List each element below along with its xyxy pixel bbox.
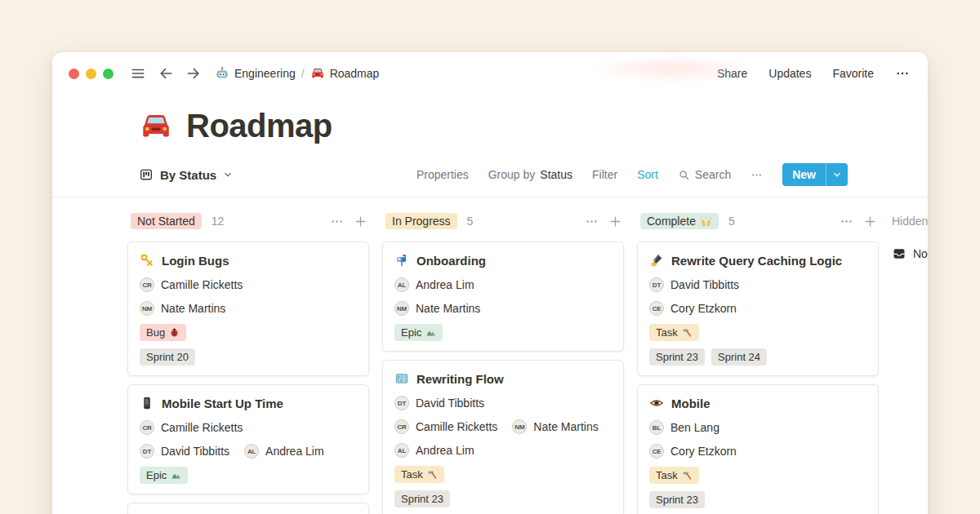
column-more-icon[interactable] <box>330 215 344 228</box>
card-onboarding[interactable]: Onboarding AL Andrea Lim NM Nate Martins… <box>382 241 624 352</box>
hidden-columns-section: Hidden columns No Status <box>892 210 928 261</box>
robot-icon <box>215 66 229 81</box>
mountain-icon <box>171 470 181 481</box>
tag-label: Sprint 23 <box>656 494 698 506</box>
new-button[interactable]: New <box>782 163 848 186</box>
view-switcher[interactable]: By Status <box>139 167 233 182</box>
card-mobile-start-up-time[interactable]: Mobile Start Up Time CR Camille Ricketts… <box>127 384 369 494</box>
column-count: 12 <box>212 215 225 228</box>
tag-label: Sprint 23 <box>656 351 698 363</box>
avatar: AL <box>394 443 409 458</box>
person-name: Andrea Lim <box>416 444 474 457</box>
tag-sprint-23: Sprint 23 <box>649 491 705 508</box>
person-name: Nate Martins <box>533 420 598 433</box>
hammer-icon <box>682 327 693 338</box>
card-mobile[interactable]: Mobile BL Ben Lang CE Cory Etzkorn Task <box>637 384 879 514</box>
view-switcher-label: By Status <box>160 168 216 182</box>
breadcrumb-separator: / <box>301 67 305 80</box>
avatar: NM <box>394 301 409 316</box>
breadcrumb-workspace-label: Engineering <box>234 67 296 80</box>
box-icon <box>892 246 906 261</box>
tag-task: Task <box>649 467 699 484</box>
column-more-icon[interactable] <box>840 215 853 228</box>
search-button[interactable]: Search <box>678 168 731 181</box>
tag-task: Task <box>394 466 444 483</box>
zoom-window-button[interactable] <box>103 69 114 79</box>
tag-label: Sprint 24 <box>718 351 760 363</box>
person-name: David Tibbitts <box>161 445 229 458</box>
back-arrow-icon[interactable] <box>158 65 174 82</box>
share-button[interactable]: Share <box>717 67 747 80</box>
tag-sprint-24: Sprint 24 <box>711 348 767 366</box>
new-button-label[interactable]: New <box>782 163 826 186</box>
status-badge[interactable]: In Progress <box>385 213 457 229</box>
tag-epic: Epic <box>394 324 443 341</box>
column-not-started: Not Started 12 Login Bugs CR Camille <box>127 210 369 514</box>
sort-button[interactable]: Sort <box>637 168 658 181</box>
column-header: In Progress 5 <box>382 210 624 232</box>
avatar: AL <box>244 444 259 459</box>
page-title[interactable]: Roadmap <box>186 108 332 144</box>
avatar: BL <box>649 420 664 435</box>
column-complete: Complete 5 Rewrite Query Caching Logic <box>637 210 879 514</box>
column-add-icon[interactable] <box>863 215 877 228</box>
hidden-columns-toggle[interactable]: Hidden columns <box>892 210 928 232</box>
chevron-down-icon <box>832 170 842 179</box>
card-rewrite-query-caching-logic[interactable]: Rewrite Query Caching Logic DT David Tib… <box>637 241 879 376</box>
sidebar-menu-icon[interactable] <box>130 65 146 82</box>
close-window-button[interactable] <box>69 69 79 79</box>
card-title: Mobile <box>671 397 710 410</box>
column-cards: Rewrite Query Caching Logic DT David Tib… <box>637 241 879 514</box>
card-login-bugs[interactable]: Login Bugs CR Camille Ricketts NM Nate M… <box>127 241 369 376</box>
car-icon[interactable] <box>139 109 173 144</box>
column-count: 5 <box>467 215 474 228</box>
column-add-icon[interactable] <box>608 215 622 228</box>
breadcrumb-page[interactable]: Roadmap <box>310 66 380 81</box>
tag-label: Task <box>656 469 678 481</box>
person-name: Cory Etzkorn <box>670 302 737 315</box>
forward-arrow-icon[interactable] <box>185 65 202 82</box>
person-name: Ben Lang <box>670 421 719 434</box>
more-options-icon[interactable] <box>895 66 910 81</box>
person-name: David Tibbitts <box>670 278 739 291</box>
avatar: CR <box>394 419 409 434</box>
favorite-button[interactable]: Favorite <box>832 67 874 80</box>
column-tools <box>330 215 368 228</box>
status-badge[interactable]: Complete <box>640 213 719 229</box>
card-rewriting-flow[interactable]: Rewriting Flow DT David Tibbitts CR Cami… <box>382 360 624 514</box>
updates-button[interactable]: Updates <box>768 67 811 80</box>
avatar: CE <box>649 444 664 459</box>
avatar: NM <box>140 301 154 316</box>
minimize-window-button[interactable] <box>86 69 96 79</box>
hidden-group-no-status[interactable]: No Status <box>892 246 928 261</box>
card-title: Mobile Start Up Time <box>162 397 283 410</box>
person-name: Andrea Lim <box>265 445 324 458</box>
column-more-icon[interactable] <box>585 215 599 228</box>
group-by-button[interactable]: Group by Status <box>488 168 572 181</box>
mobile-phone-icon <box>140 396 154 410</box>
card-error-codes[interactable]: Error Codes <box>127 503 369 514</box>
card-title: Login Bugs <box>162 254 229 268</box>
card-title: Rewrite Query Caching Logic <box>671 254 842 268</box>
new-button-dropdown[interactable] <box>826 163 848 186</box>
person-name: Nate Martins <box>161 302 225 315</box>
kanban-board: Not Started 12 Login Bugs CR Camille <box>52 197 928 514</box>
key-icon <box>140 253 154 268</box>
status-badge[interactable]: Not Started <box>131 213 202 229</box>
column-header: Not Started 12 <box>127 210 369 232</box>
breadcrumb-workspace[interactable]: Engineering <box>215 66 296 81</box>
toolbar-controls: Properties Group by Status Filter Sort S… <box>416 163 848 186</box>
toolbar-more-icon[interactable] <box>751 169 763 181</box>
properties-button[interactable]: Properties <box>416 168 469 181</box>
column-cards: Login Bugs CR Camille Ricketts NM Nate M… <box>127 241 369 514</box>
breadcrumb: Engineering / Roadmap <box>215 66 379 81</box>
view-toolbar: By Status Properties Group by Status Fil… <box>52 162 928 187</box>
status-badge-label: Complete <box>647 215 696 228</box>
filter-button[interactable]: Filter <box>592 168 617 181</box>
person-name: Camille Ricketts <box>161 278 243 291</box>
tag-epic: Epic <box>140 467 188 484</box>
car-icon <box>310 66 325 81</box>
column-count: 5 <box>728 215 735 228</box>
column-add-icon[interactable] <box>354 215 368 228</box>
status-badge-label: In Progress <box>392 215 451 228</box>
